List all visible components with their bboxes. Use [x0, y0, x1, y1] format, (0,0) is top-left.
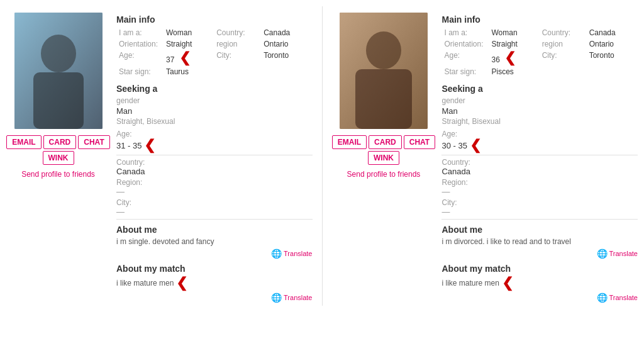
- seeking-city-row-1: City: —: [116, 198, 313, 216]
- svg-point-2: [41, 35, 76, 72]
- seeking-region-value-2: —: [441, 187, 638, 196]
- about-me-title-1: About me: [116, 225, 313, 235]
- orientation-label-2: Orientation:: [441, 38, 489, 50]
- seeking-age-value-1: 31 - 35 ❮: [116, 138, 313, 152]
- age-label-2: Age:: [441, 50, 489, 66]
- translate-icon-1b: 🌐: [271, 293, 282, 303]
- seeking-region-row-2: Region: —: [441, 178, 638, 196]
- seeking-region-label-1: Region:: [116, 178, 313, 187]
- seeking-gender-label-1: gender: [116, 96, 313, 105]
- i-am-a-value-2: Woman: [489, 27, 539, 38]
- translate-link-2[interactable]: 🌐 Translate: [441, 249, 638, 259]
- about-match-title-1: About my match: [116, 264, 313, 274]
- about-match-text-2: i like mature men ❮: [441, 276, 638, 290]
- seeking-city-value-2: —: [441, 207, 638, 216]
- svg-point-5: [366, 31, 401, 69]
- profile-left-1: EMAIL CARD CHAT WINK Send profile to fri…: [6, 9, 110, 303]
- i-am-a-label-2: I am a:: [441, 27, 489, 38]
- orientation-value-2: Straight: [489, 38, 539, 50]
- age-label-1: Age:: [116, 50, 164, 66]
- country-value-1: Canada: [261, 27, 312, 38]
- region-label-1: region: [214, 38, 261, 50]
- country-label-1: Country:: [214, 27, 261, 38]
- region-value-1: Ontario: [261, 38, 312, 50]
- seeking-country-label-1: Country:: [116, 158, 313, 167]
- svg-rect-3: [33, 72, 84, 129]
- translate-link-1[interactable]: 🌐 Translate: [116, 249, 313, 259]
- card-button-2[interactable]: CARD: [369, 135, 402, 149]
- seeking-sub-2: Straight, Bisexual: [441, 117, 638, 126]
- seeking-city-value-1: —: [116, 207, 313, 216]
- about-me-text-2: i m divorced. i like to read and to trav…: [441, 237, 638, 246]
- main-info-title-1: Main info: [116, 14, 313, 25]
- seeking-country-label-2: Country:: [441, 158, 638, 167]
- seeking-gender-value-2: Man: [441, 106, 638, 116]
- seeking-country-value-1: Canada: [116, 167, 313, 176]
- seeking-title-1: Seeking a: [116, 84, 313, 94]
- city-label-2: City:: [540, 50, 587, 66]
- star-sign-value-1: Taurus: [164, 66, 214, 77]
- email-button-1[interactable]: EMAIL: [6, 135, 41, 149]
- seeking-country-value-2: Canada: [441, 167, 638, 176]
- seeking-age-value-2: 30 - 35 ❮: [441, 138, 638, 152]
- wink-button-2[interactable]: WINK: [368, 151, 399, 165]
- seeking-city-row-2: City: —: [441, 198, 638, 216]
- seeking-age-arrow-1: ❮: [144, 138, 155, 152]
- action-buttons-2: EMAIL CARD CHAT WINK: [331, 135, 435, 165]
- region-label-2: region: [540, 38, 587, 50]
- wink-button-1[interactable]: WINK: [43, 151, 74, 165]
- seeking-title-2: Seeking a: [441, 84, 638, 94]
- svg-rect-6: [355, 69, 412, 129]
- translate-link-2b[interactable]: 🌐 Translate: [441, 293, 638, 303]
- seeking-country-row-2: Country: Canada: [441, 158, 638, 176]
- profile-photo-2: [340, 13, 428, 129]
- action-buttons-1: EMAIL CARD CHAT WINK: [6, 135, 110, 165]
- about-me-title-2: About me: [441, 225, 638, 235]
- profile-left-2: EMAIL CARD CHAT WINK Send profile to fri…: [331, 9, 435, 303]
- translate-label-1b: Translate: [284, 294, 312, 301]
- i-am-a-label-1: I am a:: [116, 27, 164, 38]
- email-button-2[interactable]: EMAIL: [332, 135, 367, 149]
- send-profile-link-1[interactable]: Send profile to friends: [21, 170, 95, 179]
- country-label-2: Country:: [540, 27, 587, 38]
- card-button-1[interactable]: CARD: [43, 135, 77, 149]
- chat-button-1[interactable]: CHAT: [78, 135, 109, 149]
- profile-right-2: Main info I am a: Woman Country: Canada …: [435, 9, 638, 303]
- city-value-2: Toronto: [587, 50, 638, 66]
- profile-photo-1: [14, 13, 103, 129]
- translate-icon-1: 🌐: [271, 249, 282, 259]
- seeking-country-row-1: Country: Canada: [116, 158, 313, 176]
- profile-column-1: EMAIL CARD CHAT WINK Send profile to fri…: [0, 6, 319, 306]
- about-match-title-2: About my match: [441, 264, 638, 274]
- main-info-table-2: I am a: Woman Country: Canada Orientatio…: [441, 27, 638, 77]
- about-me-text-1: i m single. devoted and fancy: [116, 237, 313, 246]
- about-match-text-1: i like mature men ❮: [116, 276, 313, 290]
- send-profile-link-2[interactable]: Send profile to friends: [347, 170, 421, 179]
- star-sign-value-2: Pisces: [489, 66, 539, 77]
- seeking-sub-1: Straight, Bisexual: [116, 117, 313, 126]
- translate-label-1: Translate: [284, 250, 312, 257]
- seeking-gender-label-2: gender: [441, 96, 638, 105]
- main-info-title-2: Main info: [441, 14, 638, 25]
- seeking-age-row-1: Age: 31 - 35 ❮: [116, 130, 313, 152]
- column-divider: [322, 6, 323, 306]
- seeking-age-arrow-2: ❮: [470, 138, 481, 152]
- i-am-a-value-1: Woman: [164, 27, 214, 38]
- main-info-table-1: I am a: Woman Country: Canada Orientatio…: [116, 27, 313, 77]
- profile-photo-inner-1: [14, 13, 103, 129]
- seeking-gender-value-1: Man: [116, 106, 313, 116]
- page-container: EMAIL CARD CHAT WINK Send profile to fri…: [0, 0, 644, 312]
- age-arrow-1: ❮: [179, 51, 191, 65]
- age-value-2: 36 ❮: [489, 50, 539, 66]
- chat-button-2[interactable]: CHAT: [404, 135, 435, 149]
- about-match-arrow-1: ❮: [176, 276, 187, 290]
- seeking-region-row-1: Region: —: [116, 178, 313, 196]
- seeking-city-label-2: City:: [441, 198, 638, 207]
- city-value-1: Toronto: [261, 50, 312, 66]
- translate-label-2b: Translate: [609, 294, 638, 301]
- seeking-age-row-2: Age: 30 - 35 ❮: [441, 130, 638, 152]
- translate-link-1b[interactable]: 🌐 Translate: [116, 293, 313, 303]
- age-value-1: 37 ❮: [164, 50, 214, 66]
- age-arrow-2: ❮: [504, 51, 516, 65]
- seeking-region-value-1: —: [116, 187, 313, 196]
